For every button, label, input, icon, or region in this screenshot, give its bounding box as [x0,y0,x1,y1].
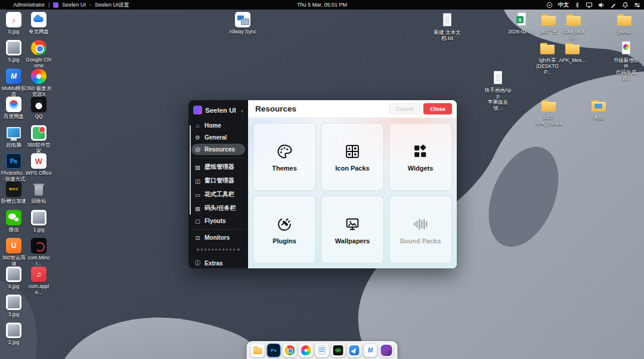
sidebar-item-window-manager[interactable]: ◫窗口管理器 [191,174,245,187]
image-file-icon [6,267,21,282]
desktop-icon-com-minor[interactable]: com.Minor... [25,238,52,267]
desktop-icon-qq[interactable]: QQ [25,97,52,119]
collapse-sidebar-button[interactable]: ‹ [241,107,244,114]
desktop-icon-mumu[interactable]: MMuMu模拟器 [0,69,27,97]
desktop-icon-misc-folder[interactable]: 两份 [585,98,612,120]
sidebar-item-monitors[interactable]: ⊡Monitors [191,232,245,243]
sidebar-item-flyouts[interactable]: ▢Flyouts [191,215,245,227]
desktop-icon-4jpg[interactable]: 4.jpg [0,267,27,289]
desktop-icon-360-shop[interactable]: U360智点商城 [0,238,27,267]
desktop-icon-new-text-file[interactable]: 新建 文本文 档.txt [434,13,461,41]
dock-screen-app[interactable] [332,343,345,357]
desktop-icon-woc[interactable]: WOC卧槽云加速 [0,181,27,204]
desktop-icon-wechat[interactable]: 微信 [0,210,27,233]
dock-send-app[interactable] [348,343,361,357]
shop-app-icon: U [6,238,21,253]
desktop-icon-apk-mes-folder[interactable]: APK_Mes... [559,41,586,63]
image-file-icon [6,323,21,338]
desktop-icon-baidu-pan[interactable]: 百度网盘 [0,97,27,119]
seelen-logo-icon [193,106,202,114]
sidebar-item-fancy-toolbar[interactable]: ▭花式工具栏 [191,188,245,201]
desktop-icon-allway-sync[interactable]: Allway Sync [229,12,256,35]
desktop-icon-quark[interactable]: 夸克网盘 [25,12,52,35]
monitor-icon: ⊡ [194,234,201,241]
system-tray: 中文 [546,1,640,9]
sidebar-item-wallpaper-manager[interactable]: ▧壁纸管理器 [191,160,245,174]
card-wallpapers[interactable]: Wallpapers [321,196,384,264]
desktop-icon-pcr-folder[interactable]: pcr广告 [535,12,562,35]
language-indicator[interactable]: 中文 [558,1,569,9]
desktop-icon-lgh-share-folder[interactable]: lgh共享 (DESKTOP... [534,41,561,75]
dock-photoshop[interactable]: Ps [267,343,281,357]
dock-seelen-ui[interactable] [380,343,394,357]
desktop-icon-chrome[interactable]: Google Chrome [25,40,52,69]
desktop-icon-wps[interactable]: WWPS Office [25,153,52,176]
desktop-icon-spreadsheet[interactable]: S2026-02-0... [508,12,535,35]
sidebar-item-general[interactable]: ⚙General [191,132,245,143]
clock[interactable]: Thu 5 Mar, 05:01 PM [297,2,347,8]
desktop-icon-label: 新建 文本文 档.txt [434,29,461,41]
image-file-icon [6,295,21,310]
sidebar-item-extras[interactable]: ⓘExtras [191,257,245,270]
desktop-icon-1jpg[interactable]: 1.jpg [25,210,52,233]
dock-chrome[interactable] [283,343,297,357]
dock-notes-app[interactable] [315,343,329,357]
sidebar-scrollbar[interactable] [190,125,191,215]
widgets-icon [412,143,429,160]
desktop-icon-label: 0.jpg [0,29,27,35]
photoshop-icon: Ps [6,153,21,169]
sidebar-item-home[interactable]: ⌂Home [191,120,245,131]
volume-icon[interactable] [598,2,605,8]
sound-wave-icon [412,215,429,233]
desktop-icon-5jpg[interactable]: 5.jpg [0,40,27,63]
card-label: Wallpapers [335,237,370,245]
desktop-icon-2jpg[interactable]: 2.jpg [0,323,27,345]
tray-expand-icon[interactable] [546,2,553,8]
bluetooth-icon[interactable] [574,2,580,8]
dock-file-explorer[interactable] [251,343,265,357]
desktop-icon-label: 360智点商城 [0,255,27,267]
folder-icon [617,12,632,27]
card-themes[interactable]: Themes [253,123,316,191]
cancel-button[interactable]: Cancel [389,103,420,114]
sidebar-item-label: 花式工具栏 [205,190,234,199]
notifications-bell-icon[interactable] [622,2,628,8]
desktop-icon-label: com.Minor... [25,255,52,267]
home-icon: ⌂ [194,122,201,129]
toolbar-icon: ▭ [194,191,201,198]
desktop-icon-apk-toolkit-folder[interactable]: v1.0 APK_Toolkit [535,98,562,126]
card-icon-packs[interactable]: Icon Packs [321,123,384,191]
desktop-icon-idm-folder[interactable]: IDM_v6.42... [560,12,587,41]
wechat-icon [6,210,21,225]
music-app-icon: ♫ [31,267,47,282]
sidebar-item-label: 壁纸管理器 [205,163,234,171]
desktop-icon-upgrade-doc[interactable]: 升级新增软件 代码生成器.. [612,41,640,81]
desktop-icon-com-apple[interactable]: ♫com.apple... [25,267,52,295]
image-file-icon [6,40,21,55]
sidebar-item-dock-taskbar[interactable]: ▤码头/任务栏 [191,202,245,215]
desktop-icon-kuaishou-doc[interactable]: 快手画画App 苹果版反馈... [484,70,512,111]
taskbar-window-title[interactable]: Seelen UI设置 [95,1,129,9]
desktop-icon-3jpg[interactable]: 3.jpg [0,295,27,317]
dock-browser-360[interactable] [299,343,313,357]
spreadsheet-file-icon: S [514,12,530,27]
desktop-icon-psesd-folder[interactable]: psesd [611,12,638,35]
pen-icon[interactable] [610,2,617,8]
desktop-icon-recycle-bin[interactable]: 回收站 [25,181,52,204]
sidebar-item-resources[interactable]: @Resources [191,144,245,155]
desktop-icon-photoshop[interactable]: PsPhotosho... - 快捷方式 [0,153,27,182]
desktop-icon-this-pc[interactable]: 此电脑 [0,125,27,148]
quick-settings-icon[interactable] [634,2,640,8]
close-button[interactable]: Close [423,103,452,114]
taskbar-app-name[interactable]: Seelen UI [62,2,86,8]
card-plugins[interactable]: Plugins [253,196,316,264]
woc-app-icon: WOC [6,181,21,197]
desktop-icon-label: 4.jpg [0,283,27,289]
desktop-icon-360-manager[interactable]: 360软件管家 [25,125,52,154]
card-widgets[interactable]: Widgets [389,123,452,191]
dock-mumu[interactable]: M [364,343,377,357]
display-icon[interactable] [586,2,593,8]
desktop-icon-0jpg[interactable]: ♪0.jpg [0,12,27,35]
desktop-icon-360-browser[interactable]: 360 极速浏览器X [25,69,52,97]
sidebar-item-label: General [205,134,227,141]
